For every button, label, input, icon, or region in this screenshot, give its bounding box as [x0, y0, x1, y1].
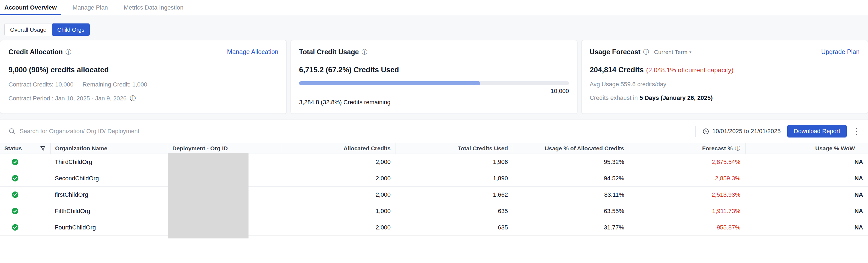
- org-name-cell: FifthChildOrg: [51, 203, 168, 219]
- search-bar: [8, 127, 695, 135]
- org-name-cell: firstChildOrg: [51, 186, 168, 203]
- segment-overall-usage[interactable]: Overall Usage: [5, 24, 52, 36]
- allocated-credits-cell: 2,000: [281, 186, 396, 203]
- manage-allocation-link[interactable]: Manage Allocation: [227, 48, 278, 56]
- total-credits-used-cell: 1,906: [396, 154, 513, 170]
- total-credits-used-cell: 635: [396, 220, 513, 235]
- col-header-deployment-org-id[interactable]: Deployment - Org ID: [168, 143, 281, 154]
- table-row[interactable]: ThirdChildOrg 2,000 1,906 95.32% 2,875.5…: [0, 154, 868, 170]
- col-header-allocated-credits[interactable]: Allocated Credits: [281, 143, 396, 154]
- col-header-usage-wow[interactable]: Usage % WoW: [745, 143, 868, 154]
- credit-allocation-title: Credit Allocation: [8, 48, 63, 56]
- chevron-down-icon: ▾: [689, 50, 691, 55]
- total-credit-usage-title: Total Credit Usage: [299, 48, 359, 56]
- tab-account-overview[interactable]: Account Overview: [0, 0, 61, 15]
- date-range-picker[interactable]: 10/01/2025 to 21/01/2025: [702, 128, 781, 135]
- total-credit-usage-card: Total Credit Usage ⓘ 6,715.2 (67.2%) Cre…: [290, 40, 577, 114]
- forecast-pct-cell: 2,513.93%: [629, 186, 745, 203]
- table-row[interactable]: SecondChildOrg 2,000 1,890 94.52% 2,859.…: [0, 170, 868, 186]
- tab-manage-plan[interactable]: Manage Plan: [68, 0, 113, 15]
- contract-credits-text: Contract Credits: 10,000: [8, 81, 73, 88]
- info-icon[interactable]: ⓘ: [643, 49, 649, 55]
- forecast-capacity-warning: (2,048.1% of current capacity): [646, 66, 734, 74]
- avg-usage-text: Avg Usage 559.6 credits/day: [590, 81, 666, 88]
- org-name-cell: SecondChildOrg: [51, 170, 168, 186]
- segment-child-orgs[interactable]: Child Orgs: [52, 24, 90, 36]
- download-report-button[interactable]: Download Report: [787, 125, 847, 138]
- allocated-credits-cell: 1,000: [281, 203, 396, 219]
- table-row[interactable]: FourthChildOrg 2,000 635 31.77% 955.87% …: [0, 220, 868, 236]
- usage-wow-cell: NA: [745, 170, 868, 186]
- summary-cards: Credit Allocation ⓘ Manage Allocation 9,…: [0, 40, 868, 114]
- status-ok-icon: [11, 207, 19, 215]
- col-header-organization-name[interactable]: Organization Name: [51, 143, 168, 154]
- tab-metrics-data-ingestion[interactable]: Metrics Data Ingestion: [120, 0, 188, 15]
- usage-progress-bar: [299, 81, 569, 85]
- status-ok-icon: [11, 175, 19, 182]
- table-header-row: Status Organization Name Deployment - Or…: [0, 143, 868, 154]
- credits-allocated-headline: 9,000 (90%) credits allocated: [8, 66, 278, 74]
- usage-pct-cell: 95.32%: [513, 154, 629, 170]
- allocated-credits-cell: 2,000: [281, 154, 396, 170]
- exhaust-date-text: 5 Days (January 26, 2025): [640, 94, 713, 101]
- org-name-cell: ThirdChildOrg: [51, 154, 168, 170]
- col-header-forecast-pct[interactable]: Forecast % ⓘ: [629, 143, 745, 154]
- progress-total-label: 10,000: [299, 88, 569, 95]
- upgrade-plan-link[interactable]: Upgrade Plan: [821, 48, 860, 56]
- usage-wow-cell: NA: [745, 220, 868, 235]
- table-row[interactable]: FifthChildOrg 1,000 635 63.55% 1,911.73%…: [0, 203, 868, 220]
- status-ok-icon: [11, 158, 19, 166]
- info-icon[interactable]: ⓘ: [130, 95, 136, 101]
- usage-pct-cell: 31.77%: [513, 220, 629, 235]
- search-input[interactable]: [20, 128, 292, 135]
- credit-allocation-card: Credit Allocation ⓘ Manage Allocation 9,…: [0, 40, 287, 114]
- usage-progress-fill: [299, 81, 480, 85]
- term-selector-label: Current Term: [654, 49, 687, 55]
- col-header-usage-pct[interactable]: Usage % of Allocated Credits: [513, 143, 629, 154]
- overview-band: Overall Usage Child Orgs Credit Allocati…: [0, 15, 868, 119]
- divider: [78, 81, 78, 88]
- usage-pct-cell: 94.52%: [513, 170, 629, 186]
- table-row[interactable]: firstChildOrg 2,000 1,662 83.11% 2,513.9…: [0, 186, 868, 203]
- forecast-pct-cell: 2,875.54%: [629, 154, 745, 170]
- usage-wow-cell: NA: [745, 186, 868, 203]
- total-credits-used-cell: 635: [396, 203, 513, 219]
- search-icon: [8, 127, 16, 135]
- usage-forecast-card: Usage Forecast ⓘ Current Term ▾ Upgrade …: [581, 40, 868, 114]
- info-icon[interactable]: ⓘ: [65, 49, 71, 55]
- table-toolbar: 10/01/2025 to 21/01/2025 Download Report…: [0, 119, 868, 143]
- allocated-credits-cell: 2,000: [281, 220, 396, 235]
- redacted-deployment-column: [168, 153, 249, 238]
- credits-remaining-text: 3,284.8 (32.8%) Credits remaining: [299, 99, 569, 106]
- credits-used-headline: 6,715.2 (67.2%) Credits Used: [299, 66, 569, 74]
- allocated-credits-cell: 2,000: [281, 170, 396, 186]
- clock-icon: [702, 128, 710, 135]
- usage-pct-cell: 83.11%: [513, 186, 629, 203]
- col-header-status[interactable]: Status: [0, 143, 51, 154]
- top-tab-bar: Account Overview Manage Plan Metrics Dat…: [0, 0, 868, 15]
- col-header-total-credits-used[interactable]: Total Credits Used: [396, 143, 513, 154]
- forecast-credits-headline: 204,814 Credits: [590, 66, 644, 74]
- usage-wow-cell: NA: [745, 154, 868, 170]
- usage-forecast-title: Usage Forecast: [590, 48, 641, 56]
- status-ok-icon: [11, 191, 19, 198]
- org-table-body: ThirdChildOrg 2,000 1,906 95.32% 2,875.5…: [0, 154, 868, 236]
- status-ok-icon: [11, 224, 19, 231]
- term-selector[interactable]: Current Term ▾: [654, 49, 691, 55]
- info-icon[interactable]: ⓘ: [362, 49, 367, 55]
- usage-scope-segmented-control: Overall Usage Child Orgs: [4, 23, 90, 36]
- usage-wow-cell: NA: [745, 203, 868, 219]
- total-credits-used-cell: 1,662: [396, 186, 513, 203]
- info-icon[interactable]: ⓘ: [735, 145, 740, 152]
- forecast-pct-cell: 955.87%: [629, 220, 745, 235]
- org-table-section: 10/01/2025 to 21/01/2025 Download Report…: [0, 119, 868, 263]
- remaining-credit-text: Remaining Credit: 1,000: [82, 81, 147, 88]
- usage-pct-cell: 63.55%: [513, 203, 629, 219]
- kebab-menu-icon[interactable]: ⋮: [852, 127, 861, 136]
- filter-icon[interactable]: [39, 145, 46, 152]
- forecast-pct-cell: 2,859.3%: [629, 170, 745, 186]
- forecast-pct-cell: 1,911.73%: [629, 203, 745, 219]
- exhaust-prefix-text: Credits exhaust in: [590, 94, 638, 101]
- contract-period-text: Contract Period : Jan 10, 2025 - Jan 9, …: [8, 95, 127, 102]
- date-range-label: 10/01/2025 to 21/01/2025: [712, 128, 781, 135]
